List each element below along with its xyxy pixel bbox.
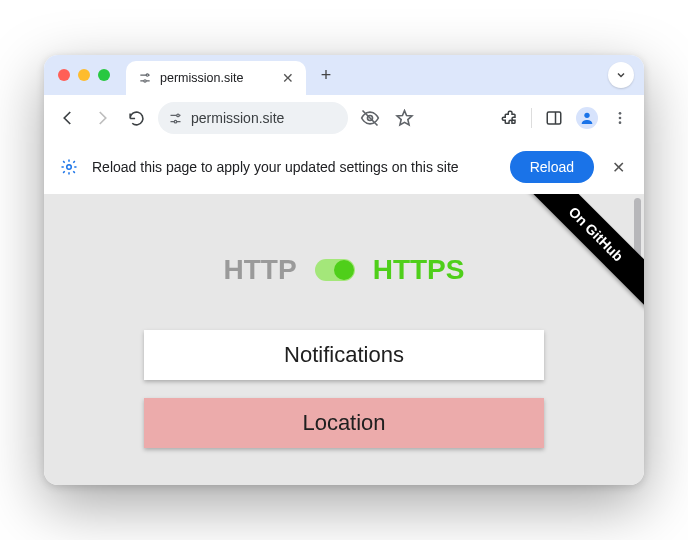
infobar-close-button[interactable]: ✕ [608,158,628,177]
https-label[interactable]: HTTPS [373,254,465,286]
forward-button[interactable] [90,106,114,130]
settings-infobar: Reload this page to apply your updated s… [44,141,644,194]
gear-icon [60,158,78,176]
side-panel-button[interactable] [542,106,566,130]
reload-button[interactable] [124,106,148,130]
svg-point-0 [146,74,148,76]
tune-icon [138,71,152,85]
back-button[interactable] [56,106,80,130]
svg-point-7 [619,112,622,115]
tune-icon [168,111,183,126]
svg-point-10 [67,165,72,170]
toolbar: permission.site [44,95,644,141]
svg-rect-5 [547,112,561,124]
protocol-switch[interactable] [315,259,355,281]
location-button[interactable]: Location [144,398,544,448]
omnibox[interactable]: permission.site [158,102,348,134]
close-window-button[interactable] [58,69,70,81]
eye-off-icon[interactable] [358,106,382,130]
extensions-button[interactable] [497,106,521,130]
svg-point-6 [584,113,589,118]
scrollbar-thumb[interactable] [634,198,641,258]
close-tab-button[interactable]: ✕ [282,70,294,86]
browser-tab[interactable]: permission.site ✕ [126,61,306,95]
http-label[interactable]: HTTP [224,254,297,286]
infobar-reload-button[interactable]: Reload [510,151,594,183]
minimize-window-button[interactable] [78,69,90,81]
page-content: On GitHub HTTP HTTPS Notifications Locat… [44,194,644,485]
notifications-button[interactable]: Notifications [144,330,544,380]
new-tab-button[interactable]: + [312,61,340,89]
separator [531,108,532,128]
omnibox-url: permission.site [191,110,284,126]
bookmark-button[interactable] [392,106,416,130]
tab-title: permission.site [160,71,243,85]
titlebar: permission.site ✕ + [44,55,644,95]
browser-window: permission.site ✕ + permission.site [44,55,644,485]
menu-button[interactable] [608,106,632,130]
maximize-window-button[interactable] [98,69,110,81]
tabs-overflow-button[interactable] [608,62,634,88]
svg-point-2 [177,114,180,117]
svg-point-1 [144,80,146,82]
svg-point-9 [619,121,622,124]
infobar-message: Reload this page to apply your updated s… [92,159,459,175]
permission-buttons: Notifications Location [44,330,644,448]
svg-point-3 [174,120,177,123]
profile-button[interactable] [576,107,598,129]
window-controls [58,69,110,81]
protocol-toggle-row: HTTP HTTPS [44,254,644,286]
svg-point-8 [619,117,622,120]
